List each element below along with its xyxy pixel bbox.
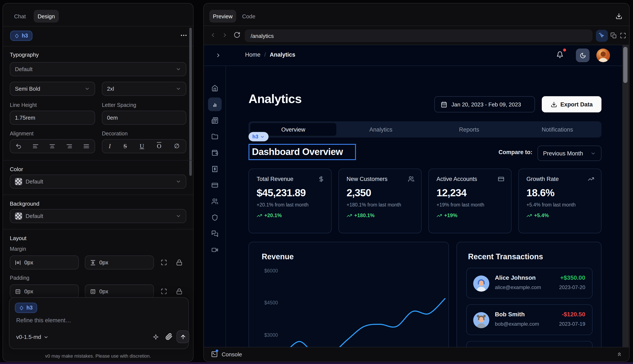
letter-spacing-label: Letter Spacing [102, 102, 136, 108]
copy-icon[interactable] [610, 32, 617, 39]
tab-code[interactable]: Code [242, 10, 255, 22]
transaction-row[interactable]: Bob Smith bob@example.com -$120.50 2023-… [466, 304, 592, 335]
selected-element-badge[interactable]: h3 [10, 31, 32, 41]
nav-folder-icon[interactable] [208, 130, 222, 144]
padding-lock-icon[interactable] [176, 288, 182, 294]
italic-icon[interactable]: I [109, 142, 111, 150]
diamond-icon [19, 306, 24, 310]
font-weight-select[interactable]: Semi Bold [10, 82, 95, 96]
strikethrough-icon[interactable]: S [123, 142, 127, 150]
composer-element-badge[interactable]: h3 [15, 303, 37, 313]
chevron-down-icon [176, 66, 181, 72]
align-left-icon[interactable] [32, 143, 39, 150]
no-decoration-icon[interactable]: ∅ [174, 142, 179, 150]
nav-shield-icon[interactable] [208, 211, 222, 224]
nav-invoices-icon[interactable] [208, 114, 222, 127]
tab-design[interactable]: Design [34, 10, 59, 22]
selected-heading[interactable]: Dashboard Overview [249, 144, 356, 160]
margin-lock-icon[interactable] [176, 259, 182, 266]
paperclip-icon[interactable] [165, 333, 173, 340]
padding-x-input[interactable]: 0px [10, 284, 79, 298]
back-icon[interactable] [210, 32, 216, 38]
padding-vertical-icon [90, 288, 96, 294]
download-icon[interactable] [615, 13, 622, 20]
console-bar[interactable]: Console [204, 347, 629, 362]
margin-vertical-icon [90, 260, 96, 266]
preview-scrollbar-track[interactable] [622, 45, 629, 348]
line-height-label: Line Height [10, 102, 37, 108]
chevron-down-icon [176, 179, 181, 184]
breadcrumb-home-link[interactable]: Home [245, 52, 261, 58]
bell-icon[interactable] [556, 51, 563, 58]
tab-preview[interactable]: Preview [209, 10, 236, 22]
chevrons-up-icon[interactable] [616, 351, 622, 357]
arrow-up-icon [180, 334, 186, 340]
pointer-select-icon[interactable] [596, 30, 608, 42]
users-icon [408, 176, 414, 182]
nav-messages-icon[interactable] [208, 227, 222, 240]
letter-spacing-input[interactable]: 0em [102, 111, 186, 125]
more-options-icon[interactable] [180, 32, 187, 39]
model-selector[interactable]: v0-1.5-md [16, 334, 48, 340]
typography-section-label: Typography [10, 52, 39, 58]
stat-card-active-accounts: Active Accounts 12,234 +19% from last mo… [429, 168, 512, 233]
panel-scrollbar[interactable] [189, 28, 192, 176]
revenue-line-path [283, 299, 445, 350]
avatar [473, 312, 489, 328]
font-size-select[interactable]: 2xl [102, 82, 186, 96]
transaction-row[interactable]: Alice Johnson alice@example.com +$350.00… [466, 268, 592, 298]
tab-reports[interactable]: Reports [425, 121, 513, 138]
chevron-down-icon [43, 334, 48, 340]
url-input[interactable]: /analytics [245, 30, 592, 42]
font-family-select[interactable]: Default [10, 62, 186, 76]
color-section-label: Color [10, 166, 23, 172]
margin-x-input[interactable]: 0px [10, 256, 79, 270]
align-right-icon[interactable] [66, 143, 73, 150]
padding-expand-icon[interactable] [161, 288, 167, 294]
trending-up-icon [526, 213, 532, 218]
nav-analytics-icon[interactable] [208, 98, 222, 111]
margin-expand-icon[interactable] [161, 259, 167, 266]
export-data-button[interactable]: Export Data [542, 96, 601, 112]
forward-icon[interactable] [222, 32, 228, 38]
selection-tag[interactable]: h3 [249, 132, 269, 141]
nav-wallet-icon[interactable] [208, 146, 222, 160]
align-center-icon[interactable] [49, 143, 56, 150]
send-button[interactable] [176, 330, 189, 343]
line-height-input[interactable]: 1.75rem [10, 111, 95, 125]
background-select[interactable]: Default [10, 209, 186, 223]
nav-receipt-icon[interactable] [208, 162, 222, 176]
preview-viewport: Home / Analytics [204, 45, 622, 350]
nav-home-icon[interactable] [208, 81, 222, 95]
avatar[interactable] [596, 48, 610, 62]
padding-label: Padding [10, 275, 30, 281]
nav-credit-card-icon[interactable] [208, 178, 222, 192]
console-label: Console [222, 351, 242, 358]
underline-icon[interactable]: U [140, 142, 144, 150]
tab-chat[interactable]: Chat [14, 10, 26, 22]
preview-scrollbar-thumb[interactable] [623, 47, 627, 83]
date-range-picker[interactable]: Jan 20, 2023 - Feb 09, 2023 [434, 96, 535, 112]
overline-icon[interactable]: O [157, 142, 161, 150]
refresh-icon[interactable] [234, 32, 241, 38]
compare-select[interactable]: Previous Month [538, 146, 601, 161]
theme-toggle-button[interactable] [576, 48, 589, 62]
margin-y-input[interactable]: 0px [85, 256, 154, 270]
tab-notifications[interactable]: Notifications [513, 121, 601, 138]
fullscreen-icon[interactable] [620, 32, 626, 39]
trending-up-icon [257, 213, 262, 218]
nav-video-icon[interactable] [208, 243, 222, 257]
nav-users-icon[interactable] [208, 194, 222, 208]
undo-icon[interactable] [16, 143, 22, 150]
chevron-down-icon [176, 86, 181, 92]
padding-y-input[interactable]: 0px [85, 284, 154, 298]
sparkles-icon[interactable] [153, 334, 159, 340]
composer-input[interactable]: Refine this element… [16, 317, 71, 324]
app-window: Chat Design h3 Typography Default Semi B… [0, 0, 633, 364]
credit-card-icon [498, 176, 504, 182]
align-justify-icon[interactable] [83, 143, 89, 150]
moon-icon [579, 52, 586, 58]
tab-analytics[interactable]: Analytics [337, 121, 425, 138]
color-select[interactable]: Default [10, 174, 186, 188]
sidebar-toggle-icon[interactable] [215, 52, 221, 58]
